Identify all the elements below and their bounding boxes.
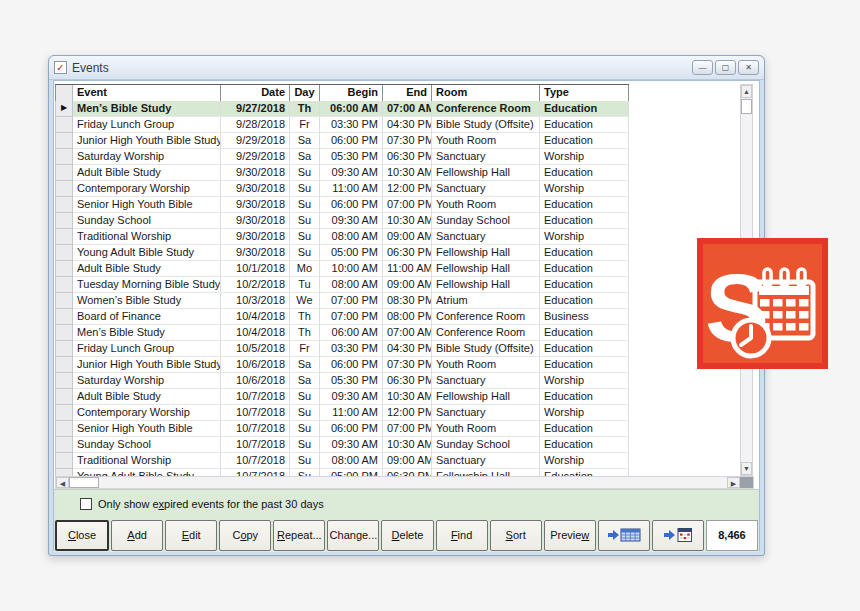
table-row[interactable]: Contemporary Worship9/30/2018Su11:00 AM1… xyxy=(55,181,629,197)
expired-events-checkbox[interactable] xyxy=(80,498,92,510)
table-cell: Fellowship Hall xyxy=(432,277,540,293)
horizontal-scrollbar[interactable]: ◀ ▶ xyxy=(55,476,754,489)
row-selector-cell[interactable] xyxy=(55,293,73,309)
table-row[interactable]: Friday Lunch Group9/28/2018Fr03:30 PM04:… xyxy=(55,117,629,133)
table-row[interactable]: Sunday School10/7/2018Su09:30 AM10:30 AM… xyxy=(55,437,629,453)
table-row[interactable]: Senior High Youth Bible10/7/2018Su06:00 … xyxy=(55,421,629,437)
table-row[interactable]: Saturday Worship9/29/2018Sa05:30 PM06:30… xyxy=(55,149,629,165)
row-selector-cell[interactable] xyxy=(55,165,73,181)
column-header-end[interactable]: End xyxy=(383,85,432,102)
horizontal-scroll-thumb[interactable] xyxy=(69,477,99,488)
table-row[interactable]: Saturday Worship10/6/2018Sa05:30 PM06:30… xyxy=(55,373,629,389)
table-row[interactable]: Board of Finance10/4/2018Th07:00 PM08:00… xyxy=(55,309,629,325)
row-selector-cell[interactable] xyxy=(55,117,73,133)
row-selector-cell[interactable] xyxy=(55,213,73,229)
row-selector-cell[interactable] xyxy=(55,357,73,373)
table-row[interactable]: Junior High Youth Bible Study10/6/2018Sa… xyxy=(55,357,629,373)
row-selector-cell[interactable] xyxy=(55,149,73,165)
change-button[interactable]: Change... xyxy=(327,520,379,551)
scheduler-logo-icon: S xyxy=(697,238,828,369)
table-row[interactable]: Contemporary Worship10/7/2018Su11:00 AM1… xyxy=(55,405,629,421)
table-row[interactable]: Senior High Youth Bible9/30/2018Su06:00 … xyxy=(55,197,629,213)
row-selector-cell[interactable] xyxy=(55,277,73,293)
table-row[interactable]: ▶Men’s Bible Study9/27/2018Th06:00 AM07:… xyxy=(55,101,629,117)
row-selector-cell[interactable] xyxy=(55,229,73,245)
edit-button[interactable]: Edit xyxy=(165,520,217,551)
sort-button[interactable]: Sort xyxy=(490,520,542,551)
row-selector-cell[interactable] xyxy=(55,133,73,149)
scroll-up-icon[interactable]: ▲ xyxy=(741,85,752,98)
row-selector-cell[interactable] xyxy=(55,421,73,437)
table-cell: Young Adult Bible Study xyxy=(73,245,221,261)
table-cell: Conference Room xyxy=(432,101,540,117)
table-cell: Fellowship Hall xyxy=(432,389,540,405)
row-selector-cell[interactable] xyxy=(55,373,73,389)
table-cell: Traditional Worship xyxy=(73,453,221,469)
add-button[interactable]: Add xyxy=(111,520,163,551)
repeat-button[interactable]: Repeat... xyxy=(273,520,325,551)
table-cell: 06:00 PM xyxy=(320,357,383,373)
row-selector-cell[interactable] xyxy=(55,389,73,405)
table-cell: Th xyxy=(290,101,320,117)
export-to-calendar-button[interactable] xyxy=(652,520,704,551)
scroll-left-icon[interactable]: ◀ xyxy=(56,477,69,488)
table-cell: Men’s Bible Study xyxy=(73,101,221,117)
delete-button[interactable]: Delete xyxy=(381,520,433,551)
close-icon[interactable]: ✕ xyxy=(738,60,759,75)
table-cell: Bible Study (Offsite) xyxy=(432,341,540,357)
column-header-date[interactable]: Date xyxy=(221,85,290,102)
row-selector-cell[interactable] xyxy=(55,341,73,357)
maximize-icon[interactable]: ▢ xyxy=(715,60,736,75)
scroll-right-icon[interactable]: ▶ xyxy=(727,477,740,488)
table-row[interactable]: Adult Bible Study10/1/2018Mo10:00 AM11:0… xyxy=(55,261,629,277)
table-row[interactable]: Traditional Worship9/30/2018Su08:00 AM09… xyxy=(55,229,629,245)
table-cell: Th xyxy=(290,325,320,341)
column-header-day[interactable]: Day xyxy=(290,85,320,102)
horizontal-scroll-track[interactable] xyxy=(99,477,727,488)
row-selector-cell[interactable]: ▶ xyxy=(55,101,73,117)
scroll-down-icon[interactable]: ▼ xyxy=(741,462,752,475)
column-header-event[interactable]: Event xyxy=(73,85,221,102)
row-selector-cell[interactable] xyxy=(55,437,73,453)
table-row[interactable]: Traditional Worship10/7/2018Su08:00 AM09… xyxy=(55,453,629,469)
column-header-room[interactable]: Room xyxy=(432,85,540,102)
preview-button[interactable]: Preview xyxy=(544,520,596,551)
table-cell: Friday Lunch Group xyxy=(73,341,221,357)
copy-button[interactable]: Copy xyxy=(219,520,271,551)
row-selector-cell[interactable] xyxy=(55,261,73,277)
column-header-type[interactable]: Type xyxy=(540,85,629,102)
table-cell: Men’s Bible Study xyxy=(73,325,221,341)
window-title: Events xyxy=(72,61,109,75)
table-row[interactable]: Young Adult Bible Study10/7/2018Su05:00 … xyxy=(55,469,629,476)
close-button[interactable]: Close xyxy=(55,520,109,551)
row-selector-cell[interactable] xyxy=(55,197,73,213)
table-row[interactable]: Women’s Bible Study10/3/2018We07:00 PM08… xyxy=(55,293,629,309)
row-selector-cell[interactable] xyxy=(55,309,73,325)
table-row[interactable]: Sunday School9/30/2018Su09:30 AM10:30 AM… xyxy=(55,213,629,229)
table-cell: Education xyxy=(540,357,629,373)
table-row[interactable]: Young Adult Bible Study9/30/2018Su05:00 … xyxy=(55,245,629,261)
table-cell: 9/30/2018 xyxy=(221,229,290,245)
row-selector-cell[interactable] xyxy=(55,405,73,421)
table-row[interactable]: Friday Lunch Group10/5/2018Fr03:30 PM04:… xyxy=(55,341,629,357)
table-row[interactable]: Junior High Youth Bible Study9/29/2018Sa… xyxy=(55,133,629,149)
events-window: ✓ Events — ▢ ✕ EventDateDayBeginEndRoomT… xyxy=(48,55,765,556)
minimize-icon[interactable]: — xyxy=(692,60,713,75)
vertical-scroll-thumb[interactable] xyxy=(741,99,752,114)
export-to-spreadsheet-button[interactable] xyxy=(598,520,650,551)
table-cell: 10/5/2018 xyxy=(221,341,290,357)
table-row[interactable]: Tuesday Morning Bible Study10/2/2018Tu08… xyxy=(55,277,629,293)
table-cell: Adult Bible Study xyxy=(73,165,221,181)
find-button[interactable]: Find xyxy=(436,520,488,551)
row-selector-cell[interactable] xyxy=(55,469,73,476)
table-row[interactable]: Adult Bible Study10/7/2018Su09:30 AM10:3… xyxy=(55,389,629,405)
row-selector-cell[interactable] xyxy=(55,245,73,261)
table-cell: Junior High Youth Bible Study xyxy=(73,133,221,149)
table-row[interactable]: Adult Bible Study9/30/2018Su09:30 AM10:3… xyxy=(55,165,629,181)
table-row[interactable]: Men’s Bible Study10/4/2018Th06:00 AM07:0… xyxy=(55,325,629,341)
column-header-begin[interactable]: Begin xyxy=(320,85,383,102)
row-selector-cell[interactable] xyxy=(55,325,73,341)
expired-events-checkbox-label[interactable]: Only show expired events for the past 30… xyxy=(98,498,324,510)
row-selector-cell[interactable] xyxy=(55,453,73,469)
row-selector-cell[interactable] xyxy=(55,181,73,197)
